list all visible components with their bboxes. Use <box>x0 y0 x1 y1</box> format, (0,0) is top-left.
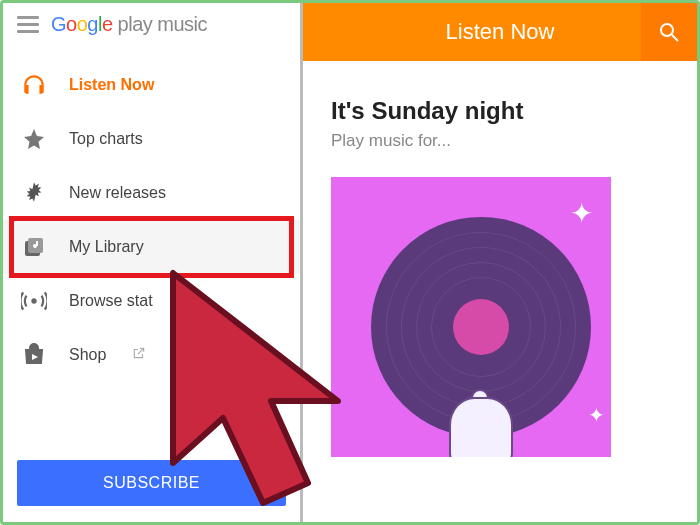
main-content: It's Sunday night Play music for... ✦ ✦ <box>303 61 697 475</box>
greeting-heading: It's Sunday night <box>331 97 669 125</box>
sparkle-icon: ✦ <box>570 197 593 230</box>
sidebar-item-label: Browse stat <box>69 292 153 310</box>
subscribe-area: SUBSCRIBE <box>3 448 300 522</box>
sidebar-item-my-library[interactable]: My Library <box>3 220 300 274</box>
library-icon <box>21 234 47 260</box>
sidebar-item-label: New releases <box>69 184 166 202</box>
sidebar-item-label: My Library <box>69 238 144 256</box>
burst-icon <box>21 180 47 206</box>
subscribe-button[interactable]: SUBSCRIBE <box>17 460 286 506</box>
hand-illustration <box>441 367 521 457</box>
star-icon <box>21 126 47 152</box>
sidebar-item-top-charts[interactable]: Top charts <box>3 112 300 166</box>
main-header: Listen Now <box>303 3 697 61</box>
nav-list: Listen Now Top charts New releases <box>3 58 300 448</box>
suggestion-card[interactable]: ✦ ✦ <box>331 177 611 457</box>
search-button[interactable] <box>641 3 697 61</box>
hamburger-menu-icon[interactable] <box>17 16 39 33</box>
sidebar-header: Google play music <box>3 3 300 46</box>
svg-rect-3 <box>36 241 38 246</box>
svg-line-7 <box>672 35 678 41</box>
sidebar-item-listen-now[interactable]: Listen Now <box>3 58 300 112</box>
svg-point-4 <box>31 298 36 303</box>
sidebar-item-label: Listen Now <box>69 76 154 94</box>
shop-icon <box>21 342 47 368</box>
radio-icon <box>21 288 47 314</box>
main-panel: Listen Now It's Sunday night Play music … <box>303 3 697 522</box>
brand-logo: Google play music <box>51 13 207 36</box>
greeting-subtext: Play music for... <box>331 131 669 151</box>
page-title: Listen Now <box>446 19 555 45</box>
sidebar-item-browse-stations[interactable]: Browse stat <box>3 274 300 328</box>
external-link-icon <box>132 346 146 364</box>
sidebar-item-shop[interactable]: Shop <box>3 328 300 382</box>
svg-point-6 <box>661 24 673 36</box>
headphones-icon <box>21 72 47 98</box>
search-icon <box>657 20 681 44</box>
highlight-box <box>9 216 294 278</box>
sparkle-icon: ✦ <box>588 403 605 427</box>
sidebar-item-label: Top charts <box>69 130 143 148</box>
sidebar-item-label: Shop <box>69 346 106 364</box>
sidebar: Google play music Listen Now Top charts <box>3 3 303 522</box>
sidebar-item-new-releases[interactable]: New releases <box>3 166 300 220</box>
